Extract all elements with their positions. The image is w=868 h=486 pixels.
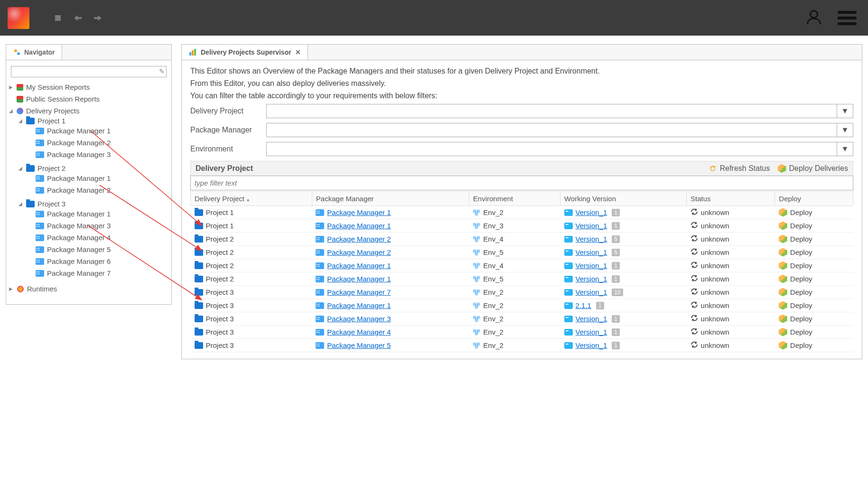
tree-package-manager[interactable]: Package Manager 7 — [28, 269, 168, 277]
cell-version-link[interactable]: Version_1 — [576, 341, 607, 349]
cell-package-manager-link[interactable]: Package Manager 1 — [327, 208, 391, 216]
table-row[interactable]: Project 1 Package Manager 1 Env_2 Versio… — [191, 206, 853, 219]
filter-delivery-project-combo[interactable]: ▼ — [266, 104, 853, 118]
tree-public-session-reports[interactable]: Public Session Reports — [9, 95, 168, 103]
col-status[interactable]: Status — [687, 192, 775, 206]
cell-package-manager-link[interactable]: Package Manager 1 — [327, 301, 391, 309]
tree-package-manager[interactable]: Package Manager 5 — [28, 245, 168, 253]
table-row[interactable]: Project 3 Package Manager 4 Env_2 Versio… — [191, 326, 853, 339]
tree-package-manager[interactable]: Package Manager 3 — [28, 222, 168, 230]
cell-version-link[interactable]: Version_1 — [576, 275, 607, 283]
tree-package-manager[interactable]: Package Manager 1 — [28, 174, 168, 182]
tree-package-manager[interactable]: Package Manager 1 — [28, 210, 168, 218]
chevron-down-icon[interactable]: ▼ — [837, 142, 853, 156]
tree-package-manager[interactable]: Package Manager 1 — [28, 127, 168, 135]
package-icon — [316, 302, 324, 309]
cell-version-link[interactable]: Version_1 — [576, 222, 607, 230]
navigator-search[interactable]: ✎ — [11, 66, 167, 77]
folder-icon — [195, 302, 203, 309]
tree-package-manager[interactable]: Package Manager 3 — [28, 150, 168, 159]
editor-tab-title: Delivery Projects Supervisor — [201, 48, 291, 56]
cell-status: unknown — [701, 222, 729, 230]
deploy-deliveries-button[interactable]: Deploy Deliveries — [778, 164, 849, 173]
editor-tab[interactable]: Delivery Projects Supervisor ✕ — [182, 45, 308, 60]
section-bar: Delivery Project Refresh Status Deploy D… — [190, 161, 853, 176]
table-row[interactable]: Project 3 Package Manager 1 Env_2 2.1.11… — [191, 299, 853, 312]
col-deploy[interactable]: Deploy — [775, 192, 853, 206]
cell-package-manager-link[interactable]: Package Manager 7 — [327, 288, 391, 296]
tree-package-manager[interactable]: Package Manager 2 — [28, 139, 168, 147]
hamburger-menu-icon[interactable] — [838, 11, 857, 25]
tree-project-3[interactable]: ◢Project 3 — [19, 200, 168, 208]
cell-deploy-button[interactable]: Deploy — [790, 341, 812, 349]
version-icon — [564, 329, 573, 336]
user-icon[interactable] — [805, 9, 822, 27]
cell-deploy-button[interactable]: Deploy — [790, 275, 812, 283]
tree-project-1[interactable]: ◢Project 1 — [19, 117, 168, 125]
cell-version-link[interactable]: 2.1.1 — [576, 301, 591, 309]
cell-deploy-button[interactable]: Deploy — [790, 301, 812, 309]
cell-package-manager-link[interactable]: Package Manager 3 — [327, 315, 391, 323]
cell-deploy-button[interactable]: Deploy — [790, 288, 812, 296]
col-environment[interactable]: Environment — [469, 192, 560, 206]
tree-my-session-reports[interactable]: ▶My Session Reports — [9, 83, 168, 91]
close-icon[interactable]: ✕ — [295, 48, 301, 56]
back-icon[interactable] — [72, 12, 84, 24]
tree-project-2[interactable]: ◢Project 2 — [19, 164, 168, 172]
cell-deploy-button[interactable]: Deploy — [790, 315, 812, 323]
chevron-down-icon[interactable]: ▼ — [837, 104, 853, 118]
icn-reports-icon — [17, 96, 23, 103]
cell-deploy-button[interactable]: Deploy — [790, 328, 812, 336]
tree-runtimes[interactable]: ▶Runtimes — [9, 285, 168, 293]
table-row[interactable]: Project 2 Package Manager 1 Env_4 Versio… — [191, 259, 853, 272]
cell-package-manager-link[interactable]: Package Manager 5 — [327, 341, 391, 349]
col-delivery-project[interactable]: Delivery Project — [191, 192, 312, 206]
icn-pkg-icon — [36, 140, 44, 146]
tree-package-manager[interactable]: Package Manager 6 — [28, 257, 168, 265]
table-row[interactable]: Project 3 Package Manager 7 Env_2 Versio… — [191, 286, 853, 299]
tree-delivery-projects[interactable]: ◢Delivery Projects — [9, 107, 168, 115]
icn-dp-icon — [17, 108, 23, 114]
table-row[interactable]: Project 2 Package Manager 1 Env_5 Versio… — [191, 272, 853, 286]
table-row[interactable]: Project 3 Package Manager 5 Env_2 Versio… — [191, 339, 853, 352]
tree-package-manager[interactable]: Package Manager 4 — [28, 234, 168, 242]
cell-deploy-button[interactable]: Deploy — [790, 208, 812, 216]
filter-environment-combo[interactable]: ▼ — [266, 142, 853, 156]
cell-deploy-button[interactable]: Deploy — [790, 248, 812, 256]
table-row[interactable]: Project 2 Package Manager 2 Env_4 Versio… — [191, 233, 853, 246]
table-row[interactable]: Project 3 Package Manager 3 Env_2 Versio… — [191, 312, 853, 326]
navigator-search-input[interactable] — [11, 66, 167, 77]
refresh-status-button[interactable]: Refresh Status — [709, 164, 770, 173]
cell-version-link[interactable]: Version_1 — [576, 315, 607, 323]
package-icon — [316, 329, 324, 336]
cell-package-manager-link[interactable]: Package Manager 1 — [327, 275, 391, 283]
cell-package-manager-link[interactable]: Package Manager 1 — [327, 222, 391, 230]
cell-deploy-button[interactable]: Deploy — [790, 235, 812, 243]
cell-version-link[interactable]: Version_1 — [576, 248, 607, 256]
cell-deploy-button[interactable]: Deploy — [790, 222, 812, 230]
cell-version-link[interactable]: Version_1 — [576, 262, 607, 270]
stop-icon[interactable] — [52, 12, 64, 24]
tree-package-manager[interactable]: Package Manager 2 — [28, 186, 168, 194]
cell-package-manager-link[interactable]: Package Manager 4 — [327, 328, 391, 336]
cell-deploy-button[interactable]: Deploy — [790, 262, 812, 270]
status-icon — [691, 208, 698, 217]
forward-icon[interactable] — [92, 12, 103, 24]
cell-version-link[interactable]: Version_1 — [576, 208, 607, 216]
chevron-down-icon[interactable]: ▼ — [837, 123, 853, 137]
table-row[interactable]: Project 2 Package Manager 2 Env_5 Versio… — [191, 246, 853, 259]
filter-package-manager-combo[interactable]: ▼ — [266, 123, 853, 137]
cell-package-manager-link[interactable]: Package Manager 2 — [327, 235, 391, 243]
navigator-tab[interactable]: Navigator — [6, 45, 62, 60]
table-filter-input[interactable] — [190, 176, 853, 190]
cell-version-link[interactable]: Version_1 — [576, 288, 607, 296]
cell-package-manager-link[interactable]: Package Manager 2 — [327, 248, 391, 256]
cell-package-manager-link[interactable]: Package Manager 1 — [327, 262, 391, 270]
table-row[interactable]: Project 1 Package Manager 1 Env_3 Versio… — [191, 219, 853, 233]
col-package-manager[interactable]: Package Manager — [312, 192, 469, 206]
deploy-icon — [779, 301, 787, 310]
col-working-version[interactable]: Working Version — [560, 192, 687, 206]
folder-icon — [195, 276, 203, 282]
cell-version-link[interactable]: Version_1 — [576, 328, 607, 336]
cell-version-link[interactable]: Version_1 — [576, 235, 607, 243]
